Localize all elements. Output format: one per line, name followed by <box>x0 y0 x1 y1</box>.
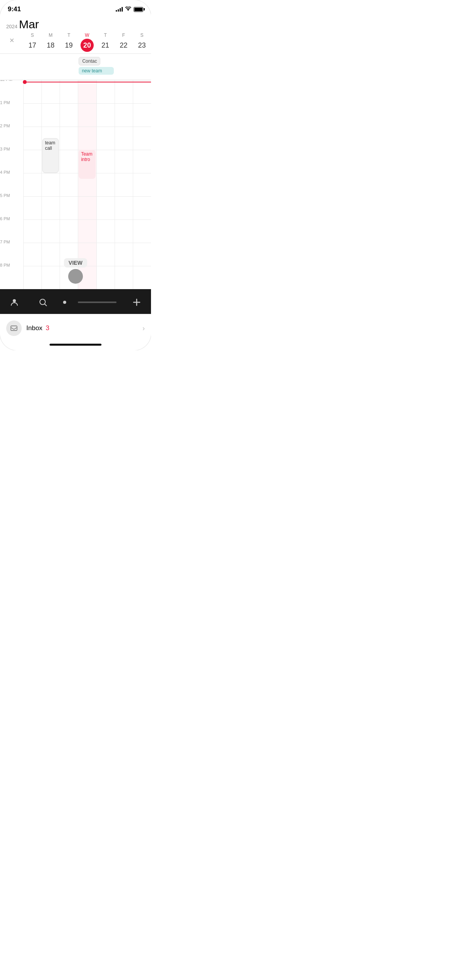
cell-sun-12[interactable] <box>23 80 41 103</box>
cell-thu-1[interactable] <box>96 103 115 127</box>
cell-wed-1[interactable] <box>78 103 96 127</box>
cell-fri-6[interactable] <box>115 219 133 243</box>
collapse-icon[interactable]: ✕ <box>0 33 23 48</box>
cell-thu-3[interactable] <box>96 150 115 173</box>
cell-thu-7[interactable] <box>96 243 115 266</box>
cell-fri-8[interactable] <box>115 266 133 289</box>
cell-tue-5[interactable] <box>60 196 78 219</box>
view-button-area[interactable]: VIEW <box>64 258 87 284</box>
day-col-mon: M 18 <box>41 33 60 52</box>
time-label-5pm: 5 PM <box>0 193 23 216</box>
cell-thu-12[interactable] <box>96 80 115 103</box>
inbox-chevron-icon[interactable]: › <box>142 324 145 332</box>
home-bar <box>50 344 101 346</box>
cell-thu-4[interactable] <box>96 173 115 196</box>
view-drag-handle[interactable] <box>68 269 83 284</box>
contact-event[interactable]: Contac <box>79 57 100 65</box>
cell-tue-1[interactable] <box>60 103 78 127</box>
cell-thu-8[interactable] <box>96 266 115 289</box>
time-label-1pm: 1 PM <box>0 100 23 123</box>
cell-mon-8[interactable] <box>41 266 60 289</box>
cell-mon-5[interactable] <box>41 196 60 219</box>
inbox-panel[interactable]: Inbox 3 › <box>0 314 151 341</box>
cell-tue-6[interactable] <box>60 219 78 243</box>
cell-wed-2[interactable] <box>78 127 96 150</box>
cell-tue-12[interactable] <box>60 80 78 103</box>
cell-fri-12[interactable] <box>115 80 133 103</box>
plus-icon[interactable] <box>128 294 145 311</box>
day-col-tue: T 19 <box>60 33 78 52</box>
person-icon[interactable] <box>6 294 23 311</box>
team-intro-event[interactable]: Team intro <box>79 150 95 179</box>
cell-fri-2[interactable] <box>115 127 133 150</box>
cell-sat-7[interactable] <box>133 243 151 266</box>
time-grid-area[interactable]: 12 PM 1 PM 2 PM <box>0 80 151 289</box>
cell-wed-5[interactable] <box>78 196 96 219</box>
day-col-fri: F 22 <box>115 33 133 52</box>
cell-mon-4[interactable] <box>41 173 60 196</box>
time-label-12pm: 12 PM <box>0 80 23 100</box>
cell-mon-6[interactable] <box>41 219 60 243</box>
new-team-event[interactable]: new team <box>79 67 113 75</box>
wifi-icon <box>125 6 131 12</box>
cell-sun-1[interactable] <box>23 103 41 127</box>
cell-sat-3[interactable] <box>133 150 151 173</box>
cell-fri-5[interactable] <box>115 196 133 219</box>
time-label-8pm: 8 PM <box>0 263 23 286</box>
all-day-events-row: Contac new team <box>0 54 151 80</box>
cell-sat-8[interactable] <box>133 266 151 289</box>
cell-sun-6[interactable] <box>23 219 41 243</box>
time-label-7pm: 7 PM <box>0 240 23 263</box>
cell-wed-6[interactable] <box>78 219 96 243</box>
inbox-icon <box>6 320 22 336</box>
cell-mon-12[interactable] <box>41 80 60 103</box>
day-col-thu: T 21 <box>96 33 115 52</box>
calendar-header: 2024 Mar ✕ S 17 M 18 T 19 W 20 <box>0 16 151 80</box>
cell-fri-1[interactable] <box>115 103 133 127</box>
dot-icon <box>63 301 66 304</box>
cell-sat-12[interactable] <box>133 80 151 103</box>
cell-sat-2[interactable] <box>133 127 151 150</box>
cell-mon-1[interactable] <box>41 103 60 127</box>
time-label-4pm: 4 PM <box>0 170 23 193</box>
cell-thu-6[interactable] <box>96 219 115 243</box>
team-call-event[interactable]: team call <box>42 138 59 173</box>
toolbar-divider-line <box>78 302 117 303</box>
cell-fri-3[interactable] <box>115 150 133 173</box>
cell-sun-8[interactable] <box>23 266 41 289</box>
status-icons <box>116 6 143 12</box>
cell-sat-5[interactable] <box>133 196 151 219</box>
cell-sun-4[interactable] <box>23 173 41 196</box>
time-label-3pm: 3 PM <box>0 147 23 170</box>
cell-wed-12[interactable] <box>78 80 96 103</box>
month-label: Mar <box>19 18 39 31</box>
cell-sun-7[interactable] <box>23 243 41 266</box>
cell-sat-1[interactable] <box>133 103 151 127</box>
cell-sat-6[interactable] <box>133 219 151 243</box>
cell-tue-2[interactable] <box>60 127 78 150</box>
cell-tue-3[interactable] <box>60 150 78 173</box>
cell-thu-2[interactable] <box>96 127 115 150</box>
cell-sun-3[interactable] <box>23 150 41 173</box>
day-col-sat: S 23 <box>133 33 151 52</box>
cell-tue-4[interactable] <box>60 173 78 196</box>
view-label[interactable]: VIEW <box>64 258 87 267</box>
status-time: 9:41 <box>8 5 21 13</box>
cell-sun-2[interactable] <box>23 127 41 150</box>
time-label-2pm: 2 PM <box>0 123 23 147</box>
year-month-row: 2024 Mar <box>0 18 151 33</box>
inbox-title: Inbox <box>26 324 43 332</box>
day-col-sun: S 17 <box>23 33 41 52</box>
svg-point-0 <box>13 299 16 302</box>
cell-thu-5[interactable] <box>96 196 115 219</box>
cell-fri-7[interactable] <box>115 243 133 266</box>
team-call-label: team call <box>45 140 55 151</box>
cell-mon-7[interactable] <box>41 243 60 266</box>
day-col-wed[interactable]: W 20 <box>78 33 96 52</box>
team-intro-label: Team intro <box>81 151 92 162</box>
cell-fri-4[interactable] <box>115 173 133 196</box>
search-icon[interactable] <box>34 294 51 311</box>
week-header: ✕ S 17 M 18 T 19 W 20 T 21 F <box>0 33 151 54</box>
cell-sat-4[interactable] <box>133 173 151 196</box>
cell-sun-5[interactable] <box>23 196 41 219</box>
